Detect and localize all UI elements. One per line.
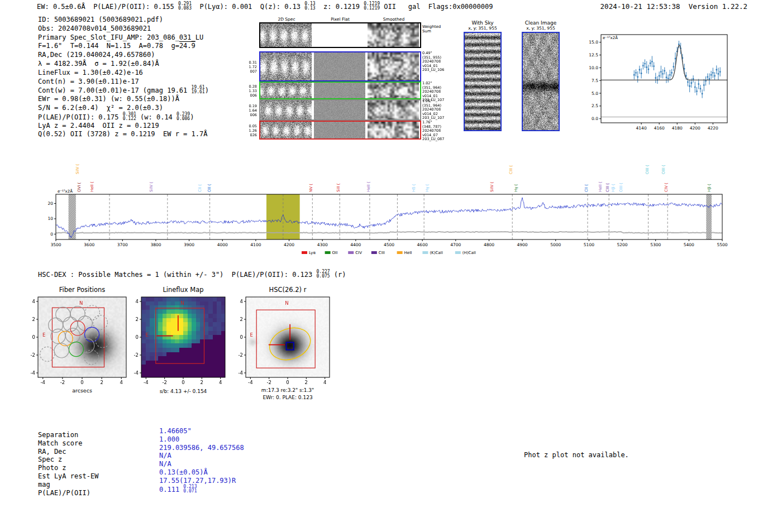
hsc-panel-x-tick-label: 0 — [286, 380, 289, 385]
hsc-panel-x-tick-label: 2 — [305, 380, 308, 385]
spectrum-x-tick-label: 3500 — [50, 242, 61, 247]
bottom-panels-overlay: -4-4-2-2002244NE-4-4-2-2002244NE-4-4-2-2… — [11, 281, 357, 406]
inset-data-point — [718, 73, 719, 75]
phot-z-note: Phot z plot not available. — [524, 451, 629, 459]
cutout-row0-border — [259, 51, 421, 82]
header-text: P(Lyα): 0.001 Q(z): 0.13 — [192, 3, 304, 11]
cutout-row2-border — [259, 99, 421, 121]
match-table-label: mag — [38, 481, 50, 488]
hsc-panel-x-tick-label: -4 — [248, 380, 252, 385]
legend-label: (K)CaII — [430, 251, 442, 255]
emission-line-label: Hγ ( — [514, 184, 518, 192]
emission-line-label: OIII ( — [619, 183, 623, 192]
info-line-11-fraction: 0.3010.122 — [123, 112, 136, 121]
fiber-circle-gray — [56, 307, 70, 322]
inset-x-tick-label: 4160 — [654, 126, 665, 131]
hsc-panel-y-tick-label: 4 — [240, 299, 243, 304]
info-line-3: F=1.6" T=0.144 N=1.15 A=0.78 g=24.9 — [38, 42, 209, 51]
inset-data-point — [642, 65, 644, 66]
weighted-row-border — [259, 22, 421, 48]
hsc-panel-x-tick-label: -2 — [266, 380, 271, 385]
info-line-13-text: Q(0.52) OII (3728) z = 0.1219 EW r = 1.7… — [38, 130, 207, 138]
match-table-label: Est LyA rest-EW — [38, 472, 98, 480]
cutout-row1-border — [259, 82, 421, 99]
hsc-panel-footprint-box — [256, 310, 315, 368]
hsc-dex-fraction: 0.2270.075 — [317, 270, 330, 279]
cutout-row2-weights: 0.191.64006 — [242, 104, 257, 117]
line-fit-inset-chart: 414041604180420042200.02.55.07.510.012.5… — [580, 28, 731, 140]
inset-fit-curve — [601, 45, 727, 80]
inset-y-tick-label: 12.5 — [589, 52, 598, 57]
cutout-row1-weights: 0.281.33006 — [242, 84, 257, 98]
hsc-dex-text: HSC-DEX : Possible Matches = 1 (within +… — [38, 271, 317, 279]
fiber-panel-y-tick-label: 4 — [32, 299, 35, 304]
fiber-circle-gray — [96, 333, 110, 348]
hsc-catalog-marker-square — [287, 342, 294, 349]
inset-data-point — [660, 71, 662, 73]
header-text: EW: 0.5±0.6Å P(LAE)/P(OII): 0.155 — [37, 3, 178, 11]
match-table: Separation1.46605"Match score1.000RA, De… — [38, 431, 273, 501]
emission-line-label: CIII ( — [605, 183, 610, 192]
cutout-row0-weights: 0.311.72007 — [242, 60, 257, 74]
emission-line-label: OIII ( — [645, 165, 650, 174]
spectrum-x-tick-label: 4500 — [384, 242, 394, 247]
info-line-11-fraction: 0.2390.086 — [177, 112, 190, 121]
info-line-11-text: P(LAE)/P(OII): 0.175 — [38, 113, 123, 121]
info-line-0-text: ID: 5003689021 (5003689021.pdf) — [38, 16, 163, 23]
spectrum-x-tick-label: 4000 — [217, 242, 228, 247]
cutout-row3-border — [259, 121, 421, 140]
match-table-label: Separation — [38, 431, 78, 439]
spectrum-x-tick-label: 4400 — [350, 242, 361, 247]
detection-info-block: ID: 5003689021 (5003689021.pdf)Obs: 2024… — [38, 16, 209, 139]
spectrum-x-tick-label: 4900 — [517, 242, 528, 247]
clean-image — [523, 33, 559, 130]
inset-y-tick-label: 5.0 — [592, 91, 598, 96]
inset-data-point — [693, 78, 694, 80]
hsc-panel-compass-north: N — [285, 300, 288, 306]
fiber-panel-x-tick-label: -2 — [60, 380, 65, 385]
info-line-6: LineFlux = 1.30(±0.42)e-16 — [38, 69, 209, 78]
spectrum-units-annotation: e⁻¹⁷x2Å — [58, 189, 73, 194]
emission-line-label: CII ( — [584, 184, 589, 192]
legend-swatch — [455, 251, 461, 254]
emission-line-label: Hγ ( — [425, 184, 430, 192]
inset-data-point — [716, 69, 717, 71]
inset-data-point — [689, 85, 690, 87]
info-line-4-text: RA,Dec (219.040024,49.657860) — [38, 51, 155, 59]
match-table-row: P(LAE)/P(OII)0.111 0.2130.071 — [38, 489, 273, 497]
fiber-circle-gray — [54, 343, 69, 358]
match-table-value: 0.13(±0.05)Å — [159, 468, 208, 476]
inset-data-point — [666, 76, 667, 78]
fiber-circle-gray — [93, 315, 107, 330]
header-fraction: 0.130.13 — [304, 2, 315, 11]
fiber-circle-green — [69, 342, 83, 357]
inset-data-point — [650, 63, 651, 64]
emission-line-label: Hβ ( — [707, 184, 712, 192]
emission-line-label: Hβ ( — [611, 184, 616, 192]
inset-y-tick-label: 15.0 — [589, 40, 598, 45]
inset-units-annotation: e⁻¹⁷x2Å — [603, 35, 618, 40]
legend-label: CIV — [355, 251, 362, 255]
emission-line-label: OII ( — [207, 184, 212, 192]
inset-x-tick-label: 4200 — [690, 126, 700, 131]
inset-data-point — [694, 87, 696, 88]
inset-data-point — [664, 70, 665, 71]
match-table-value: 1.000 — [159, 435, 179, 443]
inset-data-point — [659, 75, 660, 77]
inset-data-point — [646, 66, 647, 68]
info-line-11-text: (w: 0.14 — [136, 113, 177, 121]
info-line-8-text: Cont(w) = 7.00(±0.01)e-17 (gmag 19.61 — [38, 87, 192, 94]
info-line-7: Cont(n) = 3.90(±0.11)e-17 — [38, 78, 209, 87]
match-table-value: 0.111 0.2130.071 — [159, 485, 197, 494]
inset-x-tick-label: 4220 — [708, 126, 718, 131]
cutout-col-header-2dspec: 2D Spec — [260, 17, 313, 22]
inset-data-point — [675, 58, 676, 60]
legend-swatch — [397, 251, 403, 254]
inset-data-point — [673, 66, 674, 68]
info-line-0: ID: 5003689021 (5003689021.pdf) — [38, 16, 209, 25]
lineflux-panel-y-tick-label: 2 — [136, 317, 139, 322]
match-table-label: P(LAE)/P(OII) — [38, 489, 90, 497]
inset-data-point — [639, 69, 641, 71]
inset-y-tick-label: 7.5 — [592, 78, 598, 83]
hsc-panel-y-tick-label: -2 — [239, 352, 243, 358]
